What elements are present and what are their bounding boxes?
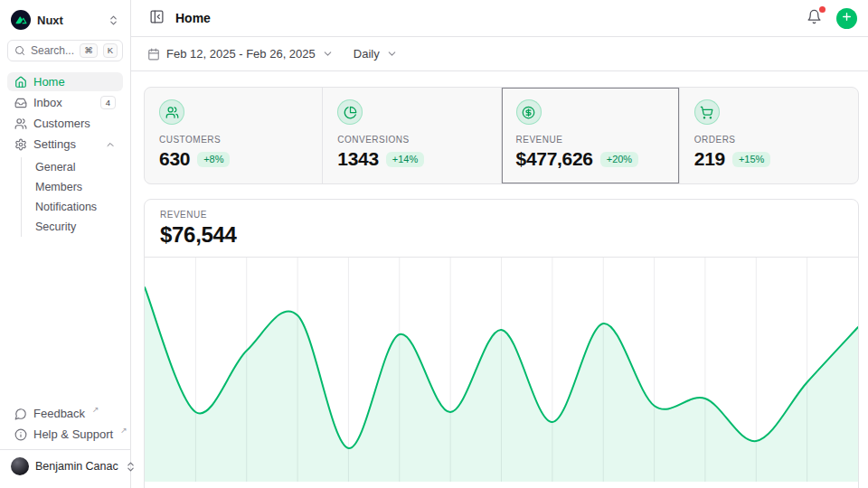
house-icon <box>14 76 27 89</box>
sidebar-item-label: Feedback <box>33 407 85 420</box>
topbar: Home <box>131 0 868 37</box>
nuxt-logo-icon <box>11 10 31 30</box>
shopping-cart-icon <box>694 99 720 125</box>
chart-pie-icon <box>337 99 363 125</box>
panel-left-close-icon <box>149 9 165 27</box>
workspace-name: Nuxt <box>37 14 101 27</box>
users-icon <box>159 99 184 125</box>
stat-label: CONVERSIONS <box>337 135 486 145</box>
revenue-area-chart[interactable] <box>145 258 858 482</box>
sidebar-collapse-button[interactable] <box>147 7 166 29</box>
stat-card-revenue[interactable]: REVENUE$477,626+20% <box>502 88 680 183</box>
chart-title: REVENUE <box>160 210 843 220</box>
sidebar-item-settings[interactable]: Settings <box>7 135 123 154</box>
page-title: Home <box>175 11 211 25</box>
stat-delta-badge: +20% <box>600 152 638 167</box>
user-name: Benjamin Canac <box>35 460 118 473</box>
user-menu[interactable]: Benjamin Canac <box>0 449 130 481</box>
sidebar-subitem-members[interactable]: Members <box>32 177 123 197</box>
stat-value: 630 <box>159 148 190 170</box>
chart-header: REVENUE $76,544 <box>145 200 858 258</box>
dashboard-content: CUSTOMERS630+8%CONVERSIONS1343+14%REVENU… <box>131 71 868 488</box>
inbox-icon <box>14 97 27 109</box>
stat-value: 1343 <box>337 148 379 170</box>
sidebar-item-home[interactable]: Home <box>7 72 123 91</box>
search-placeholder: Search... <box>31 44 74 57</box>
stat-delta-badge: +8% <box>197 152 230 167</box>
chart-current-value: $76,544 <box>160 222 843 248</box>
add-button[interactable] <box>836 8 857 29</box>
sidebar-item-customers[interactable]: Customers <box>7 114 123 133</box>
search-input[interactable]: Search... ⌘ K <box>7 40 123 61</box>
external-link-icon: ↗ <box>92 405 99 414</box>
stat-delta-badge: +15% <box>732 152 770 167</box>
granularity-label: Daily <box>354 47 380 61</box>
sidebar-item-feedback[interactable]: Feedback↗ <box>7 404 123 423</box>
circle-dollar-icon <box>516 99 542 125</box>
chart-body: 14 Feb16 Feb18 Feb20 Feb22 Feb24 Feb <box>145 258 858 488</box>
topbar-actions <box>805 7 857 29</box>
sidebar-item-label: Inbox <box>33 96 94 109</box>
workspace-switcher[interactable]: Nuxt <box>7 7 123 33</box>
kbd-cmd: ⌘ <box>80 43 98 58</box>
sidebar-submenu: GeneralMembersNotificationsSecurity <box>21 157 123 237</box>
sidebar-item-help-support[interactable]: Help & Support↗ <box>7 425 123 444</box>
notifications-button[interactable] <box>805 7 824 29</box>
message-circle-icon <box>14 408 27 420</box>
stat-value: $477,626 <box>516 148 593 170</box>
user-avatar <box>11 457 29 475</box>
sidebar-subitem-notifications[interactable]: Notifications <box>32 197 123 217</box>
stat-card-customers[interactable]: CUSTOMERS630+8% <box>145 88 323 183</box>
search-icon <box>14 45 25 56</box>
external-link-icon: ↗ <box>120 426 127 435</box>
stat-card-conversions[interactable]: CONVERSIONS1343+14% <box>323 88 501 183</box>
sidebar-subitem-security[interactable]: Security <box>32 217 123 237</box>
sidebar-spacer <box>7 239 123 404</box>
kbd-k: K <box>103 43 118 58</box>
stat-label: CUSTOMERS <box>159 135 307 145</box>
chevron-down-icon <box>322 48 334 60</box>
date-range-picker[interactable]: Feb 12, 2025 - Feb 26, 2025 <box>147 47 334 61</box>
chevron-down-icon <box>386 48 398 60</box>
plus-icon <box>841 11 853 25</box>
sidebar-nav: HomeInbox4CustomersSettingsGeneralMember… <box>7 72 123 239</box>
info-icon <box>14 428 27 441</box>
chevrons-up-down-icon <box>108 14 119 26</box>
revenue-chart-card: REVENUE $76,544 14 Feb16 Feb18 Feb20 Feb… <box>144 199 859 488</box>
sidebar-footer-nav: Feedback↗Help & Support↗ <box>7 404 123 444</box>
main-area: Home Feb 12, 2025 - Feb 26, 2025 Daily C… <box>131 0 868 488</box>
date-range-label: Feb 12, 2025 - Feb 26, 2025 <box>166 47 316 61</box>
sidebar-subitem-general[interactable]: General <box>32 157 123 177</box>
users-icon <box>14 117 27 130</box>
stat-value: 219 <box>694 148 725 170</box>
count-badge: 4 <box>100 96 116 109</box>
sidebar-item-inbox[interactable]: Inbox4 <box>7 93 123 112</box>
sidebar-item-label: Home <box>33 75 116 89</box>
sidebar-item-label: Settings <box>33 137 99 151</box>
chevron-up-icon <box>105 139 116 150</box>
settings-icon <box>14 138 27 151</box>
stat-label: ORDERS <box>694 135 844 145</box>
sidebar-item-label: Help & Support <box>33 427 113 441</box>
sidebar-item-label: Customers <box>33 117 116 130</box>
granularity-select[interactable]: Daily <box>354 47 398 61</box>
notification-dot <box>819 6 826 13</box>
stats-row: CUSTOMERS630+8%CONVERSIONS1343+14%REVENU… <box>144 87 859 184</box>
sidebar: Nuxt Search... ⌘ K HomeInbox4CustomersSe… <box>0 0 131 488</box>
filters-toolbar: Feb 12, 2025 - Feb 26, 2025 Daily <box>131 37 868 71</box>
stat-delta-badge: +14% <box>386 152 424 167</box>
calendar-icon <box>147 48 160 61</box>
stat-card-orders[interactable]: ORDERS219+15% <box>680 88 858 183</box>
x-axis-ticks: 14 Feb16 Feb18 Feb20 Feb22 Feb24 Feb <box>145 482 858 488</box>
stat-label: REVENUE <box>516 135 665 145</box>
